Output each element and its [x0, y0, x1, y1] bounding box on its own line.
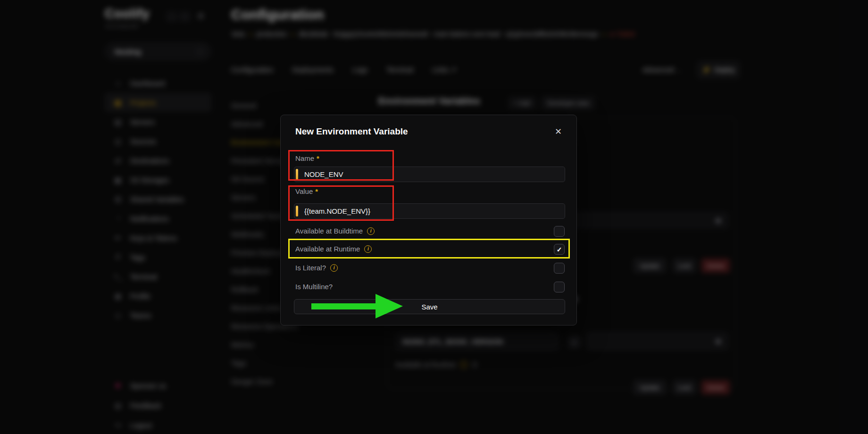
advanced-label: Advanced	[643, 66, 674, 74]
tab-terminal[interactable]: Terminal	[386, 66, 413, 74]
save-button[interactable]: Save	[294, 299, 565, 314]
checkmark: ✓	[557, 246, 562, 253]
tags-icon: #	[113, 253, 123, 261]
env-row-value-input[interactable]: ◉	[587, 332, 728, 350]
breadcrumb-separator: ›	[292, 30, 294, 38]
sidebar-item-label: Logout	[130, 421, 152, 429]
env-row-name-input[interactable]: NGINX_ETL_BOOK_VERSION	[395, 332, 559, 350]
sidebar-item-servers[interactable]: ▤Servers	[105, 112, 211, 131]
buildtime-checkbox[interactable]	[554, 226, 565, 237]
delete-button[interactable]: Delete	[701, 259, 730, 273]
slash-shortcut-badge: /	[196, 47, 204, 56]
developer-view-button[interactable]: Developer view	[542, 96, 595, 110]
sidebar-item-label: Shared Variables	[130, 195, 184, 203]
name-label: Name*	[295, 154, 319, 162]
shortcut-icon[interactable]: ⌗	[179, 11, 191, 22]
sidebar-item-destinations[interactable]: ⇄Destinations	[105, 151, 211, 170]
env-variables-heading: Environment Variables	[378, 96, 480, 107]
delete-button[interactable]: Delete	[701, 380, 730, 394]
servers-icon: ▤	[113, 117, 123, 126]
value-field-value: {{team.NODE_ENV}}	[304, 207, 370, 215]
status-badge: ●Failed	[610, 30, 635, 38]
runtime-checkbox[interactable]: ✓	[554, 244, 565, 255]
sidebar-item-profile[interactable]: ◉Profile	[105, 286, 211, 305]
value-field[interactable]: {{team.NODE_ENV}}	[294, 203, 565, 219]
value-label-text: Value	[295, 187, 313, 195]
app-logo: Coolify	[105, 7, 150, 21]
sidebar-item-label: Projects	[130, 99, 156, 107]
sidebar-item-terminal[interactable]: >_Terminal	[105, 267, 211, 286]
config-menu-item-danger-zone[interactable]: Danger Zone	[231, 376, 302, 387]
sidebar-item-label: Destinations	[130, 157, 169, 165]
info-icon: i	[367, 227, 375, 235]
sidebar-item-teams[interactable]: ◇Teams	[105, 306, 211, 325]
app-window: Coolify v4.0.0-beta.420 ⌕ ⌗ ⚙ Hosting / …	[0, 0, 868, 434]
tab-deployments[interactable]: Deployments	[292, 66, 334, 74]
search-icon[interactable]: ⌕	[166, 11, 177, 22]
runtime-note: Available at Runtime i ⊙	[395, 360, 478, 369]
eye-icon[interactable]: ◉	[715, 337, 721, 345]
dashboard-icon: ⌂	[113, 79, 123, 87]
sidebar-item-logout[interactable]: ↪Logout	[105, 416, 211, 434]
add-variable-button[interactable]: + Add	[509, 97, 536, 109]
breadcrumb-item[interactable]: production	[256, 30, 287, 38]
row-label-text: Available at Runtime	[295, 245, 360, 253]
sidebar-item-shared-variables[interactable]: ⊞Shared Variables	[105, 190, 211, 209]
sidebar-nav: ⌂Dashboard ▦Projects ▤Servers ◎Sources ⇄…	[105, 74, 211, 325]
sidebar-item-feedback[interactable]: ◍Feedback	[105, 396, 211, 415]
config-menu-item-general[interactable]: General	[231, 100, 302, 111]
sidebar-item-s3-storages[interactable]: ▣S3 Storages	[105, 170, 211, 189]
page-title: Configuration	[231, 7, 324, 23]
sidebar-item-tags[interactable]: #Tags	[105, 248, 211, 267]
multiline-checkbox[interactable]	[554, 282, 565, 292]
close-icon[interactable]: ✕	[555, 126, 562, 137]
runtime-row-label: Available at Runtimei	[295, 245, 372, 253]
lock-button[interactable]: Lock	[673, 380, 696, 394]
sidebar-item-label: Teams	[130, 311, 151, 319]
config-menu-item-tags[interactable]: Tags	[231, 358, 302, 368]
sidebar-item-label: Sponsor us	[130, 382, 166, 390]
breadcrumb-separator: ›	[249, 30, 251, 38]
sidebar-item-notifications[interactable]: ◔Notifications	[105, 209, 211, 228]
eye-icon[interactable]: ◉	[715, 216, 721, 225]
lock-button[interactable]: Lock	[673, 259, 696, 273]
sidebar-item-keys-tokens[interactable]: ✒Keys & Tokens	[105, 228, 211, 247]
notifications-icon: ◔	[113, 214, 123, 223]
buildtime-row-label: Available at Buildtimei	[295, 227, 375, 235]
name-field-value: NODE_ENV	[304, 170, 343, 178]
sidebar-item-dashboard[interactable]: ⌂Dashboard	[105, 74, 211, 92]
breadcrumb-item[interactable]: keta	[232, 30, 244, 38]
deploy-button[interactable]: ⚡Deploy	[697, 61, 740, 78]
sidebar-search-input[interactable]: Hosting /	[105, 42, 211, 60]
tab-logs[interactable]: Logs	[352, 66, 368, 74]
sidebar-item-label: Tags	[130, 253, 145, 261]
sidebar-item-projects[interactable]: ▦Projects	[105, 93, 211, 112]
name-field[interactable]: NODE_ENV	[294, 167, 565, 182]
feedback-icon: ◍	[113, 401, 123, 410]
tab-configuration[interactable]: Configuration	[231, 66, 273, 74]
gear-icon[interactable]: ⚙	[197, 11, 204, 21]
config-menu-item-metrics[interactable]: Metrics	[231, 340, 302, 350]
teams-icon: ◇	[113, 311, 123, 320]
terminal-icon: >_	[113, 272, 123, 281]
breadcrumb-item[interactable]: dbcdebab - lmjqgsjc0cw4o0k8ck4sk0swow8 -…	[299, 30, 598, 38]
runtime-note-label: Available at Runtime	[395, 361, 456, 368]
literal-checkbox[interactable]	[554, 263, 565, 274]
sources-icon: ◎	[113, 137, 123, 146]
projects-icon: ▦	[113, 98, 123, 107]
update-button[interactable]: Update	[634, 380, 666, 394]
env-var-name: NGINX_ETL_BOOK_VERSION	[402, 337, 551, 345]
search-value: Hosting	[115, 48, 196, 56]
destinations-icon: ⇄	[113, 156, 123, 165]
sidebar-item-label: Servers	[130, 118, 155, 126]
breadcrumb: keta › production › dbcdebab - lmjqgsjc0…	[232, 30, 634, 38]
tab-links[interactable]: Links ↗	[432, 66, 457, 74]
logout-icon: ↪	[113, 421, 123, 430]
row-label-text: Is Literal?	[295, 264, 326, 272]
sidebar-item-sources[interactable]: ◎Sources	[105, 132, 211, 150]
name-label-text: Name	[295, 154, 314, 162]
advanced-dropdown[interactable]: Advanced⌄	[643, 66, 682, 74]
deploy-label: Deploy	[714, 66, 735, 74]
update-button[interactable]: Update	[634, 259, 666, 273]
sidebar-item-sponsor[interactable]: ♥Sponsor us	[105, 376, 211, 395]
